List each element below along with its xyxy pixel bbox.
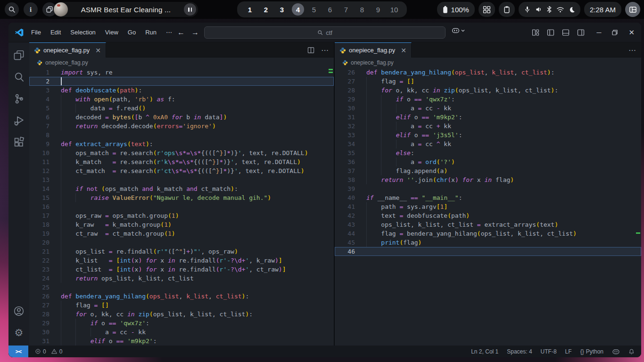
code-line[interactable]: 16 [29,202,334,211]
tab-close-icon[interactable]: ✕ [401,47,406,54]
code-line[interactable]: 23 ct_list = [int(x) for x in re.findall… [29,265,334,274]
code-line[interactable]: 17 ops_raw = ops_match.group(1) [29,211,334,220]
code-line[interactable]: 27 flag = [] [335,77,641,86]
code-line[interactable]: 14 if not (ops_match and k_match and ct_… [29,184,334,193]
eol-status[interactable]: LF [565,348,572,355]
code-line[interactable]: 18 k_raw = k_match.group(1) [29,220,334,229]
code-line[interactable]: 33 elif o == 'j3s5l': [335,131,641,140]
code-line[interactable]: 5 data = f.read() [29,104,334,113]
code-line[interactable]: 22 k_list = [int(x) for x in re.findall(… [29,256,334,265]
menu-item-view[interactable]: View [100,26,123,39]
code-line[interactable]: 24 return ops_list, k_list, ct_list [29,274,334,283]
code-line[interactable]: 2 [29,77,334,86]
code-line[interactable]: 40if __name__ == "__main__": [335,193,641,202]
menu-item-edit[interactable]: Edit [46,26,66,39]
code-line[interactable]: 9def extract_arrays(text): [29,140,334,148]
code-line[interactable]: 37 flag.append(a) [335,166,641,175]
launcher-search-button[interactable] [5,2,19,16]
code-line[interactable]: 30 a = cc - kk [29,328,334,337]
code-area[interactable]: 26def bendera_yang_hilang(ops_list, k_li… [335,68,641,346]
code-line[interactable]: 28 for o, kk, cc in zip(ops_list, k_list… [335,86,641,95]
breadcrumb[interactable]: onepiece_flag.py [335,58,641,68]
code-line[interactable]: 20 [29,238,334,247]
code-line[interactable]: 7 return decoded.decode(errors='ignore') [29,122,334,131]
restore-button[interactable] [611,29,618,36]
workspace-5[interactable]: 5 [308,3,320,16]
code-line[interactable]: 46 [335,247,641,256]
code-line[interactable]: 11 k_match = re.search(r'k\s*=\s*{(([^}]… [29,157,334,166]
code-line[interactable]: 10 ops_match = re.search(r'ops\s*=\s*{((… [29,148,334,157]
code-line[interactable]: 31 elif o == 'm9kp2': [335,113,641,122]
code-line[interactable]: 45 print(flag) [335,238,641,247]
menu-item-go[interactable]: Go [123,26,140,39]
command-center-search[interactable]: ctf [204,26,446,39]
code-line[interactable]: 32 a = cc + kk [335,122,641,131]
nav-back-button[interactable]: ← [177,28,185,37]
tab-onepiece-flag[interactable]: onepiece_flag.py ✕ [335,42,412,58]
workspace-9[interactable]: 9 [372,3,384,16]
dashboard-button[interactable] [479,2,495,17]
code-line[interactable]: 12 ct_match = re.search(r'ct\s*=\s*{(([^… [29,166,334,175]
split-editor-icon[interactable] [307,47,314,54]
toggle-panel-icon[interactable] [562,29,570,36]
menu-item-file[interactable]: File [26,26,46,39]
code-line[interactable]: 29 if o == 'qwx7z': [335,95,641,104]
code-line[interactable]: 39 [335,184,641,193]
customize-layout-icon[interactable] [532,29,539,36]
encoding-status[interactable]: UTF-8 [541,348,557,355]
code-line[interactable]: 41 path = sys.argv[1] [335,202,641,211]
workspace-7[interactable]: 7 [340,3,352,16]
minimize-button[interactable]: ─ [597,29,602,36]
code-line[interactable]: 6 decoded = bytes([b ^ 0xA0 for b in dat… [29,113,334,122]
code-line[interactable]: 8 [29,131,334,140]
code-line[interactable]: 26def bendera_yang_hilang(ops_list, k_li… [29,292,334,301]
toggle-primary-sidebar-icon[interactable] [547,29,554,36]
code-line[interactable]: 31 elif o == 'm9kp2': [29,337,334,346]
activity-explorer[interactable] [8,44,29,66]
workspace-8[interactable]: 8 [356,3,368,16]
workspace-4[interactable]: 4 [292,3,304,16]
code-line[interactable]: 34 a = cc ^ kk [335,140,641,148]
code-line[interactable]: 42 text = deobfuscate(path) [335,211,641,220]
system-status-widget[interactable] [519,2,580,17]
accounts-button[interactable] [8,300,29,322]
clock-widget[interactable]: 2:28 AM [584,2,621,17]
activity-source-control[interactable] [8,88,29,109]
code-line[interactable]: 25 [29,283,334,292]
code-line[interactable]: 38 return ''.join(chr(x) for x in flag) [335,175,641,184]
info-button[interactable]: i [24,2,38,16]
workspace-1[interactable]: 1 [244,3,256,16]
tab-close-icon[interactable]: ✕ [95,47,101,54]
problems-status[interactable]: 0 0 [35,348,62,355]
more-actions-icon[interactable]: ⋯ [321,46,329,55]
code-line[interactable]: 43 ops_list, k_list, ct_list = extract_a… [335,220,641,229]
more-actions-icon[interactable]: ⋯ [628,46,636,55]
copilot-button[interactable] [452,27,465,34]
code-line[interactable]: 28 for o, kk, cc in zip(ops_list, k_list… [29,310,334,319]
workspace-6[interactable]: 6 [324,3,336,16]
toggle-secondary-sidebar-icon[interactable] [577,29,585,36]
clipboard-button[interactable] [499,2,515,17]
menu-item-[interactable]: ⋯ [161,26,177,39]
battery-widget[interactable]: 100% [437,2,475,17]
workspace-2[interactable]: 2 [260,3,272,16]
code-line[interactable]: 15 raise ValueError("Ngawur le, decode m… [29,193,334,202]
code-line[interactable]: 13 [29,175,334,184]
close-button[interactable]: ✕ [628,28,635,37]
breadcrumb[interactable]: onepiece_flag.py [29,58,334,68]
remote-indicator[interactable]: >< [8,346,28,357]
code-line[interactable]: 4 with open(path, 'rb') as f: [29,95,334,104]
language-mode[interactable]: {} Python [580,348,603,355]
menu-item-run[interactable]: Run [140,26,161,39]
code-line[interactable]: 19 ct_raw = ct_match.group(1) [29,229,334,238]
tiling-layout-button[interactable] [625,2,640,17]
menu-item-selection[interactable]: Selection [66,26,100,39]
code-line[interactable]: 30 a = cc - kk [335,104,641,113]
media-pause-button[interactable] [184,3,196,16]
code-line[interactable]: 36 a = ord('?') [335,157,641,166]
code-line[interactable]: 1import sys, re [29,68,334,77]
nav-forward-button[interactable]: → [191,28,199,37]
code-line[interactable]: 44 flag = bendera_yang_hilang(ops_list, … [335,229,641,238]
copilot-status[interactable] [612,348,620,355]
tab-onepiece-flag[interactable]: onepiece_flag.py ✕ [29,42,106,58]
